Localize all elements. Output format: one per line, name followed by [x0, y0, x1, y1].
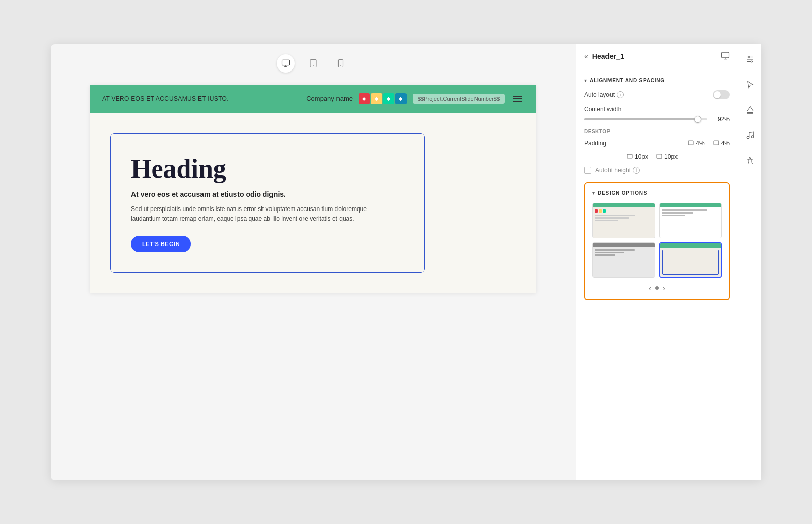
design-option-4[interactable] — [659, 242, 722, 278]
padding-bottom-value: 10px — [664, 153, 678, 160]
padding-left-item: 4% — [688, 139, 704, 147]
design-options-section: ▾ DESIGN OPTIONS — [584, 182, 730, 300]
padding-top-icon — [627, 153, 633, 161]
desktop-device-button[interactable] — [277, 54, 295, 73]
content-card: Heading At vero eos et accusam at etiust… — [110, 133, 425, 273]
svg-point-2 — [313, 65, 314, 66]
company-name: Company name — [306, 95, 353, 102]
side-icon-music[interactable] — [742, 127, 758, 144]
mobile-device-button[interactable] — [331, 54, 350, 73]
svg-rect-0 — [282, 60, 290, 65]
carousel-nav: ‹ › — [592, 284, 722, 292]
panel-title: Header_1 — [592, 52, 624, 60]
auto-layout-row: Auto layout i — [584, 90, 730, 99]
design-option-1[interactable] — [592, 203, 655, 238]
design-option-3[interactable] — [592, 242, 655, 278]
alignment-chevron[interactable]: ▾ — [584, 78, 587, 83]
padding-right-value: 4% — [721, 139, 730, 147]
back-button[interactable]: « — [584, 52, 588, 60]
carousel-dot — [655, 286, 659, 290]
autofit-checkbox[interactable] — [584, 167, 591, 174]
svg-point-18 — [751, 61, 752, 62]
header-right: Company name ◆ ◆ ◆ ◆ — [306, 93, 524, 104]
header-text: AT VERO EOS ET ACCUSAMUS ET IUSTO. — [102, 95, 229, 102]
auto-layout-label: Auto layout i — [584, 91, 624, 98]
padding-label: Padding — [584, 139, 606, 147]
svg-point-4 — [340, 65, 341, 66]
content-width-label: Content width — [584, 106, 730, 113]
auto-layout-info-icon[interactable]: i — [617, 91, 624, 98]
cta-button[interactable]: LET'S BEGIN — [131, 236, 191, 252]
padding-left-icon — [688, 139, 694, 147]
carousel-next-button[interactable]: › — [663, 284, 665, 292]
side-icon-accessibility[interactable] — [742, 153, 758, 169]
content-width-slider-row: 92% — [584, 116, 730, 123]
design-section-header: ▾ DESIGN OPTIONS — [592, 190, 722, 196]
svg-rect-5 — [722, 52, 729, 58]
auto-layout-toggle[interactable] — [713, 90, 730, 99]
side-icon-pointer[interactable] — [742, 77, 758, 93]
padding-bottom-icon — [656, 153, 662, 161]
svg-rect-10 — [627, 154, 632, 158]
design-thumbnails-grid — [592, 203, 722, 278]
website-preview: AT VERO EOS ET ACCUSAMUS ET IUSTO. Compa… — [90, 85, 536, 294]
content-width-value: 92% — [713, 116, 730, 123]
padding-left-value: 4% — [696, 139, 704, 147]
carousel-prev-button[interactable]: ‹ — [649, 284, 651, 292]
side-icon-settings[interactable] — [742, 51, 758, 67]
panel-header: « Header_1 — [576, 44, 738, 69]
autofit-row: Autofit height i — [584, 167, 730, 174]
design-option-2[interactable] — [659, 203, 722, 238]
page-heading: Heading — [131, 154, 404, 183]
padding-vertical-row: 10px 10px — [627, 153, 730, 161]
side-icons-panel — [738, 44, 761, 480]
hamburger-button[interactable] — [511, 94, 524, 104]
device-toolbar — [277, 54, 350, 73]
padding-bottom-item: 10px — [656, 153, 678, 161]
design-section-title: DESIGN OPTIONS — [598, 190, 647, 196]
alignment-section-title: ALIGNMENT AND SPACING — [590, 78, 665, 83]
logo-icons: ◆ ◆ ◆ ◆ — [359, 93, 407, 104]
site-header: AT VERO EOS ET ACCUSAMUS ET IUSTO. Compa… — [90, 85, 536, 113]
monitor-icon-button[interactable] — [721, 51, 730, 62]
padding-right-icon — [713, 139, 719, 147]
padding-top-value: 10px — [635, 153, 648, 160]
page-body-text: Sed ut perspiciatis unde omnis iste natu… — [131, 204, 385, 224]
padding-row: Padding 4% — [584, 139, 730, 147]
tablet-device-button[interactable] — [304, 54, 322, 73]
content-width-slider[interactable] — [584, 118, 707, 120]
svg-point-17 — [748, 56, 749, 58]
svg-rect-12 — [657, 154, 662, 158]
alignment-section-header: ▾ ALIGNMENT AND SPACING — [584, 78, 730, 83]
padding-right-item: 4% — [713, 139, 730, 147]
padding-top-item: 10px — [627, 153, 648, 161]
side-icon-brush[interactable] — [742, 102, 758, 118]
right-panel: « Header_1 ▾ ALIGNMENT AND SPACING Auto … — [576, 44, 738, 480]
svg-rect-8 — [714, 141, 719, 145]
autofit-info-icon[interactable]: i — [633, 167, 640, 174]
autofit-label: Autofit height i — [595, 167, 640, 174]
design-chevron[interactable]: ▾ — [592, 190, 595, 196]
slide-number: $$Project.CurrentSlideNumber$$ — [413, 94, 505, 104]
panel-content: ▾ ALIGNMENT AND SPACING Auto layout i Co… — [576, 69, 738, 480]
svg-point-22 — [751, 135, 754, 138]
desktop-label: DESKTOP — [584, 129, 730, 134]
site-content: Heading At vero eos et accusam at etiust… — [90, 113, 536, 294]
svg-point-23 — [749, 157, 751, 158]
page-subheading: At vero eos et accusam at etiusto odio d… — [131, 190, 404, 198]
svg-rect-6 — [688, 141, 693, 145]
svg-point-21 — [747, 136, 749, 139]
